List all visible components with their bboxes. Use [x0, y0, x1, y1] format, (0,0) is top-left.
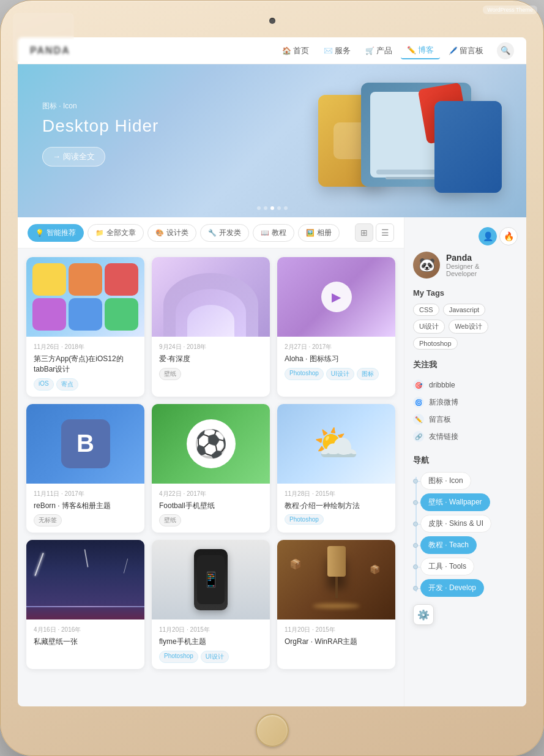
nav-label-icon[interactable]: 图标 · Icon: [420, 472, 471, 490]
card-1-tag-0[interactable]: iOS: [34, 378, 54, 391]
card-1-date: 11月26日 · 2018年: [34, 343, 137, 351]
nav-label-tools[interactable]: 工具 · Tools: [420, 558, 474, 575]
nav-service[interactable]: ✉️ 服务: [318, 43, 357, 59]
filter-design[interactable]: 🎨 设计类: [147, 224, 196, 242]
card-8-tag-1[interactable]: UI设计: [201, 651, 229, 663]
card-2-image: [152, 257, 270, 337]
tag-css[interactable]: CSS: [413, 304, 439, 316]
card-2-tag-0[interactable]: 壁纸: [159, 368, 181, 380]
card-3[interactable]: ▶ 2月27日 · 2017年 Aloha · 图标练习 Photoshop U…: [277, 257, 395, 397]
card-9[interactable]: 📦 📦 11月20日 · 2015年 OrgRar · WinRAR主题: [277, 540, 395, 669]
sidebar: 👤 🔥 🐼 Panda Designer & Developer My Tags: [404, 217, 526, 706]
card-5-tag-0[interactable]: 壁纸: [159, 514, 181, 526]
filter-album[interactable]: 🖼️ 相册: [298, 224, 340, 242]
card-1[interactable]: 11月26日 · 2018年 第三方App(寄点)在iOS12的tabBar设计…: [26, 257, 144, 397]
card-8-tags: Photoshop UI设计: [159, 651, 263, 663]
card-6[interactable]: ⛅ 11月28日 · 2015年 教程·介绍一种绘制方法 Photoshop: [277, 404, 395, 533]
card-1-body: 11月26日 · 2018年 第三方App(寄点)在iOS12的tabBar设计…: [26, 337, 144, 397]
user-icon-btn[interactable]: 👤: [479, 227, 497, 245]
card-5-title: Football手机壁纸: [159, 501, 263, 511]
nav-dot-4: [413, 564, 418, 569]
follow-weibo[interactable]: 🌀 新浪微博: [413, 394, 518, 411]
nav-label-tutorial[interactable]: 教程 · Teach: [420, 536, 477, 554]
card-5-tags: 壁纸: [159, 514, 263, 526]
dot-1[interactable]: [257, 206, 261, 210]
card-2-tags: 壁纸: [159, 368, 263, 380]
card-7[interactable]: 4月16日 · 2016年 私藏壁纸一张: [26, 540, 144, 669]
nav-dot-1: [413, 500, 418, 505]
dot-2[interactable]: [264, 206, 267, 210]
play-button: ▶: [321, 282, 352, 312]
home-button[interactable]: [256, 714, 289, 747]
filter-smart[interactable]: 💡 智能推荐: [28, 224, 84, 242]
content-area: 💡 智能推荐 📁 全部文章 🎨 设计类 🔧 开发类: [18, 217, 526, 706]
card-7-title: 私藏壁纸一张: [34, 637, 137, 647]
tag-uidesign[interactable]: Ui设计: [413, 320, 445, 334]
card-6-body: 11月28日 · 2015年 教程·介绍一种绘制方法 Photoshop: [277, 484, 395, 531]
nav-blog[interactable]: ✏️ 博客: [401, 42, 440, 59]
follow-dribbble[interactable]: 🎯 dribbble: [413, 376, 518, 394]
nav-product[interactable]: 🛒 产品: [359, 43, 398, 59]
feedback-button[interactable]: ⚙️: [413, 604, 434, 625]
fire-icon-btn[interactable]: 🔥: [499, 227, 518, 245]
follow-guestbook[interactable]: ✏️ 留言板: [413, 411, 518, 428]
hero-cta[interactable]: → 阅读全文: [42, 147, 105, 167]
tag-photoshop[interactable]: Photoshop: [413, 337, 458, 350]
nav-tree-item-0: 图标 · Icon: [420, 472, 518, 490]
card-5[interactable]: ⚽ 4月22日 · 2017年 Football手机壁纸 壁纸: [152, 404, 270, 533]
dot-5[interactable]: [284, 206, 288, 210]
nav-label-develop[interactable]: 开发 · Develop: [420, 579, 484, 597]
tag-javascript[interactable]: Javascript: [443, 304, 486, 316]
filter-all[interactable]: 📁 全部文章: [88, 224, 144, 242]
card-5-body: 4月22日 · 2017年 Football手机壁纸 壁纸: [152, 484, 270, 533]
search-button[interactable]: 🔍: [497, 42, 514, 59]
card-3-tag-2[interactable]: 图标: [357, 368, 379, 380]
bootstrap-logo: B: [61, 419, 110, 468]
avatar: 🐼: [413, 252, 440, 279]
card-3-tag-1[interactable]: UI设计: [326, 368, 354, 380]
card-3-tag-0[interactable]: Photoshop: [285, 368, 324, 380]
nav-label-skins[interactable]: 皮肤 · Skins & UI: [420, 515, 491, 533]
nav-section-title: 导航: [413, 455, 518, 466]
nav-dot-0: [413, 479, 418, 484]
card-6-date: 11月28日 · 2015年: [285, 490, 388, 498]
card-8-tag-0[interactable]: Photoshop: [159, 651, 198, 663]
card-1-tag-1[interactable]: 寄点: [56, 378, 78, 391]
blog-icon: ✏️: [407, 46, 416, 54]
card-6-tag-0[interactable]: Photoshop: [285, 514, 324, 525]
follow-section: 关注我 🎯 dribbble 🌀 新浪微博 ✏️ 留言板 🔗: [413, 359, 518, 445]
card-4[interactable]: B WordPress Theme 11月11日 · 2017年 reBorn …: [26, 404, 144, 533]
card-4-tag-0[interactable]: 无标签: [34, 514, 62, 526]
navbar: PANDA 🏠 首页 ✉️ 服务 🛒 产品 ✏️ 博客: [18, 37, 526, 64]
filter-dev[interactable]: 🔧 开发类: [200, 224, 249, 242]
card-8-title: flyme手机主题: [159, 637, 263, 647]
card-7-body: 4月16日 · 2016年 私藏壁纸一张: [26, 619, 144, 657]
card-3-image: ▶: [277, 257, 395, 337]
dot-4[interactable]: [277, 206, 281, 210]
card-3-date: 2月27日 · 2017年: [285, 343, 388, 351]
nav-guestbook[interactable]: 🖊️ 留言板: [442, 43, 490, 59]
tag-webdesign[interactable]: Web设计: [449, 320, 488, 334]
card-8-image: 📱: [152, 540, 270, 619]
card-7-image: [26, 540, 144, 619]
card-6-image: ⛅: [277, 404, 395, 484]
home-icon: 🏠: [282, 47, 291, 55]
hero-images: [300, 77, 508, 211]
filter-tutorial[interactable]: 📖 教程: [253, 224, 294, 242]
card-2[interactable]: 9月24日 · 2018年 爱·有深度 壁纸: [152, 257, 270, 397]
folder-icon: 📁: [95, 229, 104, 237]
nav-home[interactable]: 🏠 首页: [276, 43, 315, 59]
dot-3[interactable]: [270, 206, 274, 210]
wrench-icon: 🔧: [208, 229, 217, 237]
grid-view-btn[interactable]: ⊞: [355, 223, 373, 242]
card-8[interactable]: 📱 11月20日 · 2015年 flyme手机主题 Photoshop: [152, 540, 270, 669]
ipad-frame: PANDA 🏠 首页 ✉️ 服务 🛒 产品 ✏️ 博客: [0, 0, 544, 756]
card-1-tags: iOS 寄点: [34, 378, 137, 391]
list-view-btn[interactable]: ☰: [376, 223, 394, 242]
card-3-tags: Photoshop UI设计 图标: [285, 368, 388, 380]
card-9-date: 11月20日 · 2015年: [285, 626, 388, 634]
main-content: 💡 智能推荐 📁 全部文章 🎨 设计类 🔧 开发类: [18, 217, 404, 706]
card-9-image: 📦 📦: [277, 540, 395, 619]
nav-label-wallpaper[interactable]: 壁纸 · Wallpaper: [420, 493, 490, 511]
follow-friendlinks[interactable]: 🔗 友情链接: [413, 428, 518, 445]
